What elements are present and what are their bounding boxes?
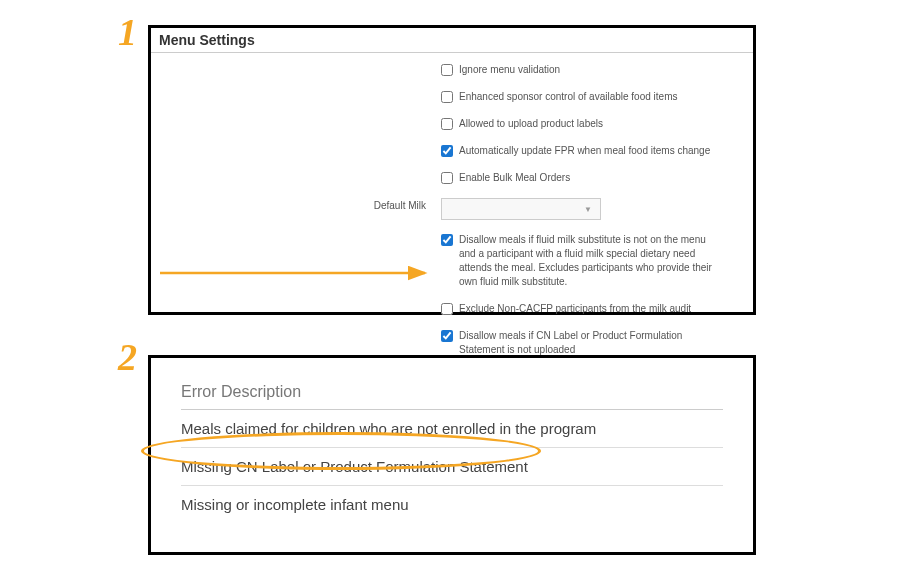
disallow-cn-label-checkbox[interactable] xyxy=(441,330,453,342)
setting-row-disallow-cn-label: Disallow meals if CN Label or Product Fo… xyxy=(171,329,733,357)
default-milk-select[interactable] xyxy=(441,198,601,220)
enable-bulk-checkbox[interactable] xyxy=(441,172,453,184)
enable-bulk-label: Enable Bulk Meal Orders xyxy=(459,171,570,185)
disallow-cn-label-text: Disallow meals if CN Label or Product Fo… xyxy=(459,329,719,357)
settings-body: Ignore menu validation Enhanced sponsor … xyxy=(151,53,753,380)
allowed-upload-checkbox[interactable] xyxy=(441,118,453,130)
setting-row-allowed-upload: Allowed to upload product labels xyxy=(171,117,733,131)
setting-row-enable-bulk: Enable Bulk Meal Orders xyxy=(171,171,733,185)
auto-update-fpr-label: Automatically update FPR when meal food … xyxy=(459,144,710,158)
panel-title: Menu Settings xyxy=(151,28,753,53)
error-item-missing-cn-label: Missing CN Label or Product Formulation … xyxy=(181,448,723,486)
setting-row-enhanced-sponsor: Enhanced sponsor control of available fo… xyxy=(171,90,733,104)
arrow-icon xyxy=(160,263,440,293)
annotation-one: 1 xyxy=(118,10,137,54)
annotation-two: 2 xyxy=(118,335,137,379)
setting-row-ignore-validation: Ignore menu validation xyxy=(171,63,733,77)
setting-row-exclude-non-cacfp: Exclude Non-CACFP participants from the … xyxy=(171,302,733,316)
exclude-non-cacfp-checkbox[interactable] xyxy=(441,303,453,315)
disallow-fluid-milk-label: Disallow meals if fluid milk substitute … xyxy=(459,233,719,289)
ignore-validation-label: Ignore menu validation xyxy=(459,63,560,77)
exclude-non-cacfp-label: Exclude Non-CACFP participants from the … xyxy=(459,302,691,316)
error-item-incomplete-infant: Missing or incomplete infant menu xyxy=(181,486,723,523)
error-description-panel: Error Description Meals claimed for chil… xyxy=(148,355,756,555)
disallow-fluid-milk-checkbox[interactable] xyxy=(441,234,453,246)
enhanced-sponsor-checkbox[interactable] xyxy=(441,91,453,103)
default-milk-label: Default Milk xyxy=(171,198,441,211)
setting-row-default-milk: Default Milk xyxy=(171,198,733,220)
setting-row-auto-update-fpr: Automatically update FPR when meal food … xyxy=(171,144,733,158)
ignore-validation-checkbox[interactable] xyxy=(441,64,453,76)
allowed-upload-label: Allowed to upload product labels xyxy=(459,117,603,131)
auto-update-fpr-checkbox[interactable] xyxy=(441,145,453,157)
error-description-title: Error Description xyxy=(181,383,723,410)
enhanced-sponsor-label: Enhanced sponsor control of available fo… xyxy=(459,90,677,104)
error-item-not-enrolled: Meals claimed for children who are not e… xyxy=(181,410,723,448)
